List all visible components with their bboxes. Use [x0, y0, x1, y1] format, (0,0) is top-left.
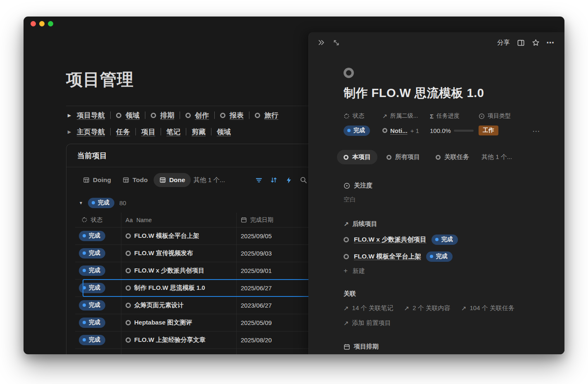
search-icon[interactable]: [299, 175, 308, 185]
followup-item-link[interactable]: FLO.W 模板全平台上架: [354, 252, 421, 261]
group-status-badge[interactable]: 完成: [88, 198, 114, 208]
toggle-expanded-icon[interactable]: ▼: [79, 201, 83, 205]
view-tab-done[interactable]: Done: [154, 173, 191, 187]
tab-all-projects[interactable]: 所有项目: [380, 150, 427, 164]
nav-link-project-nav[interactable]: 项目导航: [77, 111, 105, 120]
view-tab-label: Doing: [93, 176, 111, 184]
view-tab-label: 其他 1 个...: [193, 176, 225, 185]
nav-link-projects[interactable]: 项目: [141, 127, 155, 137]
view-tab-doing[interactable]: Doing: [77, 173, 117, 187]
followup-item[interactable]: FLO.W 模板全平台上架 完成: [344, 251, 548, 262]
property-progress-value[interactable]: 100.0%: [430, 125, 479, 136]
property-status-label[interactable]: 状态: [344, 112, 382, 120]
property-parent-relation: ↗ 所属二级... Noti... + 1: [382, 112, 430, 136]
related-tasks-link[interactable]: ↗ 104 个 关联任务: [461, 304, 514, 312]
nav-link-clips[interactable]: 剪藏: [192, 127, 206, 137]
add-predecessor-button[interactable]: ↗ 添加 前置项目: [344, 319, 548, 327]
followup-item-link[interactable]: FLO.W x 少数派共创项目: [354, 235, 427, 244]
property-parent-value[interactable]: Noti... + 1: [382, 125, 430, 136]
column-header-label: 状态: [91, 216, 102, 224]
property-row: 状态 完成 ↗ 所属二级... Noti... + 1: [344, 112, 548, 136]
side-peek-icon[interactable]: [517, 38, 525, 47]
tab-related-tasks[interactable]: 关联任务: [429, 150, 476, 164]
tab-label: 关联任务: [444, 153, 469, 161]
page-peek-panel: 分享 ⋯ 制作 FLO.W 思流模板 1.0 状态 完成: [308, 32, 564, 354]
property-status: 状态 完成: [344, 112, 382, 136]
minimize-window-button[interactable]: [39, 21, 45, 26]
attention-label[interactable]: 关注度: [344, 182, 548, 190]
calendar-icon: [344, 344, 350, 350]
attention-empty-value[interactable]: 空白: [344, 196, 548, 204]
done-date: 2025/09/03: [241, 250, 272, 257]
separator: [135, 128, 136, 135]
status-badge: 完成: [79, 283, 105, 293]
status-label: 完成: [353, 127, 365, 134]
nav-link-travel[interactable]: 旅行: [264, 111, 278, 120]
peek-toolbar: 分享 ⋯: [309, 32, 564, 53]
favorite-star-icon[interactable]: [531, 38, 540, 47]
project-ring-icon: [126, 285, 131, 291]
followup-label[interactable]: ↗ 后续项目: [344, 220, 548, 228]
toggle-collapsed-icon[interactable]: ▶: [66, 113, 73, 118]
column-header-name[interactable]: Aa Name: [121, 213, 237, 227]
more-properties-icon[interactable]: ⋯: [532, 127, 541, 135]
column-header-status[interactable]: 状态: [75, 213, 121, 227]
followup-item[interactable]: FLO.W x 少数派共创项目 完成: [344, 234, 548, 245]
close-window-button[interactable]: [31, 21, 36, 26]
related-link-label: 104 个 关联任务: [469, 304, 514, 312]
separator: [110, 111, 111, 119]
view-tab-more[interactable]: 其他 1 个...: [191, 173, 231, 188]
project-ring-icon: [126, 303, 131, 308]
schedule-label[interactable]: 项目排期: [344, 343, 548, 351]
separator: [211, 128, 211, 135]
toggle-collapsed-icon[interactable]: ▶: [66, 129, 73, 135]
property-label-text: 任务进度: [436, 112, 460, 120]
nav-link-create[interactable]: 创作: [195, 111, 209, 120]
filter-icon[interactable]: [254, 175, 263, 185]
nav-link-report[interactable]: 报表: [230, 111, 244, 120]
close-peek-icon[interactable]: [317, 38, 325, 47]
property-progress-label[interactable]: Σ 任务进度: [430, 112, 479, 120]
property-type-value[interactable]: 工作: [479, 125, 524, 136]
column-header-label: 完成日期: [250, 216, 273, 224]
nav-link-schedule[interactable]: 排期: [160, 111, 174, 120]
page-ring-icon[interactable]: [344, 68, 354, 78]
app-window: 项目管理 ▶ 项目导航 领域 排期 创作 报表 旅行 ▶ 主页导航 任务: [24, 17, 564, 354]
property-label-text: 项目类型: [488, 112, 511, 120]
nav-link-notes[interactable]: 笔记: [166, 127, 180, 137]
project-ring-icon: [126, 268, 131, 273]
status-badge: 完成: [79, 248, 105, 258]
view-tab-todo[interactable]: Todo: [117, 173, 154, 187]
property-parent-label[interactable]: ↗ 所属二级...: [382, 112, 430, 120]
related-content-link[interactable]: ↗ 2 个 关联内容: [404, 304, 450, 312]
expand-full-page-icon[interactable]: [332, 38, 340, 47]
related-notes-link[interactable]: ↗ 14 个 关联笔记: [344, 304, 394, 312]
page-ring-icon: [116, 113, 121, 118]
automation-bolt-icon[interactable]: [284, 175, 293, 185]
more-options-icon[interactable]: ⋯: [546, 39, 555, 47]
project-ring-icon: [126, 320, 131, 325]
tab-more[interactable]: 其他 1 个...: [478, 150, 519, 164]
relation-link[interactable]: Noti...: [390, 127, 408, 134]
nav-link-domain[interactable]: 领域: [126, 111, 140, 120]
calendar-icon: [241, 217, 247, 223]
status-dot-icon: [83, 338, 86, 341]
nav-link-tasks[interactable]: 任务: [116, 127, 130, 137]
page-ring-icon: [386, 155, 391, 160]
page-ring-icon: [255, 113, 260, 118]
nav-link-domain2[interactable]: 领域: [217, 127, 231, 137]
status-badge: 完成: [79, 300, 105, 311]
property-type-label[interactable]: 项目类型: [479, 112, 524, 120]
tab-this-project[interactable]: 本项目: [337, 150, 377, 164]
separator: [145, 111, 145, 119]
property-status-value[interactable]: 完成: [344, 125, 382, 136]
done-date: 2025/09/05: [241, 232, 272, 239]
fullscreen-window-button[interactable]: [48, 21, 53, 26]
status-dot-icon: [83, 286, 86, 289]
group-badge-label: 完成: [98, 199, 109, 206]
share-button[interactable]: 分享: [497, 38, 510, 47]
sort-icon[interactable]: [269, 175, 278, 185]
new-item-button[interactable]: + 新建: [344, 267, 548, 275]
peek-page-title[interactable]: 制作 FLO.W 思流模板 1.0: [344, 85, 548, 102]
nav-link-home-nav[interactable]: 主页导航: [77, 127, 105, 137]
